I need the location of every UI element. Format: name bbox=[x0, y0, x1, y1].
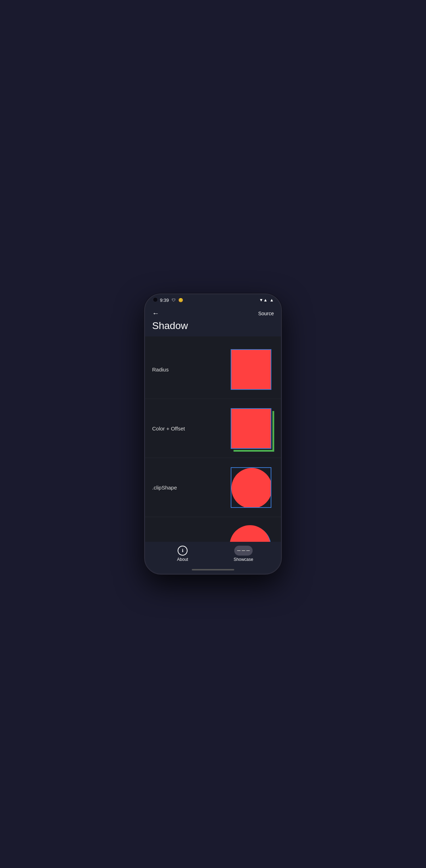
wifi-icon: ▼▲ bbox=[259, 298, 267, 303]
radius-label: Radius bbox=[152, 366, 169, 373]
radius-visual bbox=[228, 346, 274, 392]
shape-circle bbox=[230, 525, 270, 542]
showcase-nav-item[interactable]: Showcase bbox=[229, 546, 258, 562]
line-3 bbox=[246, 550, 250, 551]
showcase-icon bbox=[234, 546, 253, 556]
face-icon: 😊 bbox=[178, 298, 183, 303]
page-title: Shadow bbox=[152, 320, 274, 332]
shield-icon: 🛡 bbox=[172, 298, 175, 302]
about-icon: ℹ bbox=[178, 546, 188, 556]
color-offset-square bbox=[231, 408, 271, 449]
clip-shape-circle bbox=[231, 468, 271, 508]
about-nav-item[interactable]: ℹ About bbox=[168, 546, 197, 562]
clip-shape-visual bbox=[228, 464, 274, 510]
clip-shape-box bbox=[231, 467, 271, 508]
source-button[interactable]: Source bbox=[258, 311, 274, 316]
shape-row: Shape bbox=[145, 517, 281, 542]
radius-row: Radius bbox=[145, 340, 281, 399]
home-bar bbox=[192, 569, 234, 570]
clip-shape-row: .clipShape bbox=[145, 458, 281, 517]
app-header: ← Source Shadow bbox=[145, 306, 281, 336]
signal-icon: ▲ bbox=[270, 298, 274, 303]
bottom-nav: ℹ About Showcase bbox=[145, 542, 281, 566]
header-nav: ← Source bbox=[152, 309, 274, 317]
line-1 bbox=[237, 550, 241, 551]
line-2 bbox=[242, 550, 245, 551]
showcase-label: Showcase bbox=[234, 557, 253, 562]
color-offset-label: Color + Offset bbox=[152, 426, 185, 432]
status-time: 9:39 bbox=[160, 298, 169, 303]
home-indicator bbox=[145, 566, 281, 574]
radius-square bbox=[231, 349, 271, 390]
clip-shape-label: .clipShape bbox=[152, 485, 177, 491]
color-offset-container bbox=[231, 408, 271, 449]
status-right: ▼▲ ▲ bbox=[259, 298, 274, 303]
color-offset-row: Color + Offset bbox=[145, 399, 281, 458]
camera-notch bbox=[153, 297, 158, 302]
shape-visual bbox=[228, 523, 274, 542]
color-offset-visual bbox=[228, 405, 274, 451]
back-button[interactable]: ← bbox=[152, 309, 159, 317]
about-label: About bbox=[177, 557, 188, 562]
phone-frame: 9:39 🛡 😊 ▼▲ ▲ ← Source Shadow Radius Col… bbox=[144, 293, 282, 575]
info-symbol: ℹ bbox=[182, 548, 184, 553]
status-bar: 9:39 🛡 😊 ▼▲ ▲ bbox=[145, 294, 281, 306]
content-area: Radius Color + Offset .clipShape bbox=[145, 336, 281, 542]
shape-container bbox=[230, 525, 272, 542]
